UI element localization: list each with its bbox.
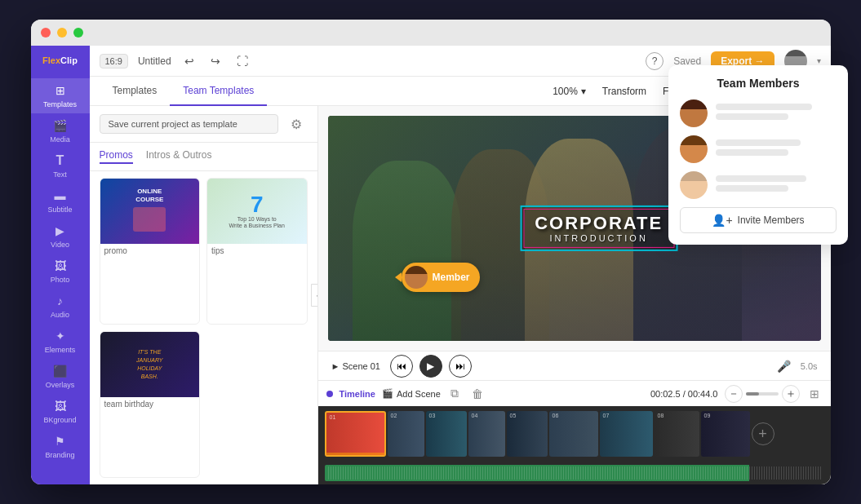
audio-waveform: [325, 465, 824, 481]
collapse-panel-arrow[interactable]: ‹: [311, 284, 318, 307]
zoom-tool[interactable]: 100% ▾: [544, 77, 594, 106]
timeline-clip-06[interactable]: 06: [549, 411, 598, 457]
scene-label: ► Scene 01: [331, 361, 380, 371]
sidebar-item-templates[interactable]: ⊞ Templates: [31, 78, 90, 113]
timeline-copy-button[interactable]: ⧉: [447, 385, 462, 402]
sidebar-label: Audio: [51, 311, 69, 319]
project-name[interactable]: Untitled: [138, 55, 171, 67]
team-member-row-1: [680, 99, 837, 127]
member-avatar-1: [680, 99, 708, 127]
sidebar: FlexClip ⊞ Templates 🎬 Media T Text ▬ Su…: [31, 46, 90, 484]
aspect-ratio-badge: 16:9: [100, 54, 128, 69]
timeline-clip-02[interactable]: 02: [388, 411, 424, 457]
app-logo: FlexClip: [39, 52, 81, 69]
invite-members-button[interactable]: 👤+ Invite Members: [680, 207, 837, 233]
sidebar-item-media[interactable]: 🎬 Media: [31, 113, 90, 148]
member-info-1: [716, 104, 837, 123]
template-card-birthday[interactable]: IT'S THEJANUARYHOLIDAYBASH. team birthda…: [100, 331, 201, 478]
photo-icon: 🖼: [53, 259, 68, 273]
sidebar-item-audio[interactable]: ♪ Audio: [31, 289, 90, 324]
redo-button[interactable]: ↪: [207, 53, 224, 69]
save-template-button[interactable]: Save current project as template: [100, 114, 278, 134]
sidebar-label: Subtitle: [47, 206, 72, 214]
avatar-chevron[interactable]: ▾: [817, 56, 821, 65]
close-button[interactable]: [41, 28, 51, 38]
play-pause-button[interactable]: ▶: [419, 355, 442, 378]
sidebar-item-photo[interactable]: 🖼 Photo: [31, 254, 90, 289]
sidebar-item-subtitle[interactable]: ▬ Subtitle: [31, 183, 90, 219]
timeline-delete-button[interactable]: 🗑: [468, 386, 486, 402]
settings-icon-button[interactable]: ⚙: [285, 113, 308, 135]
tab-templates[interactable]: Templates: [100, 77, 171, 106]
team-member-row-2: [680, 135, 837, 163]
member-avatar-3: [680, 171, 708, 199]
zoom-controls: － ＋: [725, 385, 800, 403]
category-tabs: Promos Intros & Outros: [90, 143, 317, 171]
timeline-clip-01[interactable]: 01: [325, 411, 386, 457]
undo-button[interactable]: ↩: [181, 53, 197, 69]
zoom-out-button[interactable]: －: [725, 385, 743, 403]
sidebar-label: Photo: [51, 276, 70, 284]
sidebar-label: Branding: [45, 451, 74, 459]
member-bubble: Member: [402, 263, 480, 292]
maximize-button[interactable]: [73, 28, 83, 38]
timeline-clip-08[interactable]: 08: [655, 411, 699, 457]
timeline-clip-03[interactable]: 03: [426, 411, 467, 457]
member-avatar: [405, 266, 428, 289]
play-controls: ⏮ ▶ ⏭: [390, 355, 472, 378]
transform-tool[interactable]: Transform: [594, 77, 655, 106]
sidebar-label: Media: [50, 135, 70, 144]
timeline-bar: Timeline 🎬 Add Scene ⧉ 🗑 00:02.5 / 00:44…: [318, 380, 831, 406]
sidebar-label: Templates: [43, 100, 77, 108]
timeline-clips: 01 02 03 04 05: [318, 406, 831, 462]
sidebar-label: Video: [51, 241, 69, 249]
sidebar-item-text[interactable]: T Text: [31, 148, 90, 183]
corporate-text-overlay: CORPORATE INTRODUCTION: [520, 206, 677, 251]
mic-button[interactable]: 🎤: [777, 360, 791, 373]
bkground-icon: 🖼: [53, 399, 68, 413]
media-icon: 🎬: [53, 118, 68, 133]
template-card-online-course[interactable]: ONLINECOURSE promo: [100, 178, 201, 325]
overlays-icon: ⬛: [53, 364, 68, 378]
category-promos[interactable]: Promos: [100, 149, 133, 164]
template-card-tips[interactable]: 7 Top 10 Ways toWrite a Business Plan ti…: [206, 178, 308, 325]
sidebar-item-overlays[interactable]: ⬛ Overlays: [31, 359, 90, 394]
elements-icon: ✦: [53, 329, 68, 343]
add-user-icon: 👤+: [712, 214, 732, 227]
templates-icon: ⊞: [53, 83, 68, 98]
fit-timeline-button[interactable]: ⊞: [806, 386, 823, 402]
corporate-subtitle: INTRODUCTION: [535, 233, 663, 243]
next-frame-button[interactable]: ⏭: [449, 355, 472, 378]
help-button[interactable]: ?: [646, 52, 664, 70]
timeline-dot: [326, 391, 333, 397]
prev-frame-button[interactable]: ⏮: [390, 355, 413, 378]
add-scene-button[interactable]: 🎬 Add Scene: [382, 388, 441, 399]
template-label: promo: [100, 244, 200, 258]
sidebar-label: Elements: [45, 346, 76, 354]
fullscreen-button[interactable]: ⛶: [233, 53, 251, 69]
audio-icon: ♪: [53, 294, 68, 308]
zoom-in-button[interactable]: ＋: [782, 385, 800, 403]
branding-icon: ⚑: [53, 434, 68, 449]
team-members-popup: Team Members 👤+ Invite Members: [668, 65, 848, 245]
title-bar: [31, 20, 831, 46]
add-clip-button[interactable]: +: [752, 422, 774, 445]
template-label: tips: [207, 244, 307, 258]
sidebar-item-bkground[interactable]: 🖼 BKground: [31, 394, 90, 429]
team-popup-title: Team Members: [680, 77, 837, 90]
sidebar-item-elements[interactable]: ✦ Elements: [31, 324, 90, 359]
sidebar-label: Text: [53, 170, 67, 179]
timeline-clip-04[interactable]: 04: [468, 411, 505, 457]
timeline-clip-05[interactable]: 05: [507, 411, 548, 457]
member-info-3: [716, 175, 837, 195]
category-intros[interactable]: Intros & Outros: [146, 149, 212, 164]
minimize-button[interactable]: [57, 28, 67, 38]
audio-track: [318, 462, 831, 484]
duration-badge: 5.0s: [801, 361, 818, 371]
sidebar-item-branding[interactable]: ⚑ Branding: [31, 429, 90, 464]
timeline-clip-09[interactable]: 09: [701, 411, 750, 457]
sidebar-item-video[interactable]: ▶ Video: [31, 219, 90, 254]
tab-team-templates[interactable]: Team Templates: [170, 77, 267, 106]
timeline-clip-07[interactable]: 07: [600, 411, 653, 457]
video-icon: ▶: [53, 223, 68, 238]
